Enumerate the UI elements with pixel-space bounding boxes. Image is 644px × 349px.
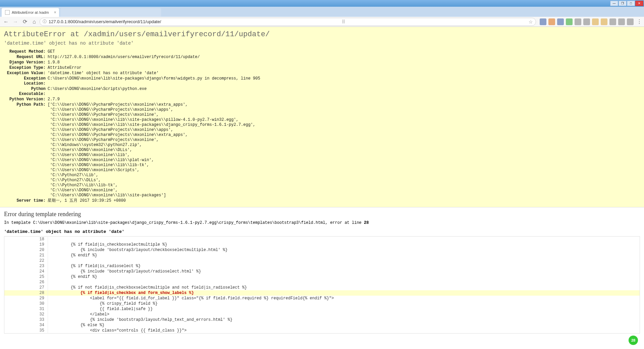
tab-title: AttributeError at /xadm <box>12 10 49 14</box>
source-line: 32 </label> <box>4 312 640 317</box>
browser-tab-inactive[interactable] <box>60 8 161 17</box>
line-code: {% if field|is_checkboxselectmultiple %} <box>48 242 640 247</box>
reload-button[interactable]: ⟳ <box>21 18 29 26</box>
source-line: 30 {% crispy_field field %} <box>4 301 640 306</box>
meta-value: 星期一, 1 五月 2017 10:39:25 +0800 <box>48 198 640 203</box>
source-line: 25 {% endif %} <box>4 274 640 280</box>
line-code: <label for="{{ field.id_for_label }}" cl… <box>48 296 640 301</box>
source-line: 27 {% if not field|is_checkboxselectmult… <box>4 285 640 290</box>
browser-tab-active[interactable]: AttributeError at /xadm × <box>2 8 59 17</box>
line-code: {% crispy_field field %} <box>48 301 640 306</box>
meta-value: C:\Users\DONG\mxonline\Scripts\python.ex… <box>48 87 640 97</box>
address-bar[interactable]: ⓘ 127.0.0.1:8000/xadmin/users/emailverif… <box>40 18 536 26</box>
page-icon <box>5 10 10 15</box>
line-code <box>48 280 640 285</box>
meta-label: Exception Location: <box>4 76 48 86</box>
back-button[interactable]: ← <box>2 18 10 26</box>
line-code: {{ field.label|safe }} <box>48 306 640 312</box>
restore-button[interactable]: ❐ <box>619 1 627 6</box>
extension-icon[interactable] <box>566 18 573 25</box>
meta-value: C:\Users\DONG\mxonline\lib\site-packages… <box>48 76 640 86</box>
source-line: 19 {% if field|is_checkboxselectmultiple… <box>4 242 640 247</box>
source-line: 26 <box>4 280 640 285</box>
menu-button[interactable]: ⋮ <box>637 18 642 25</box>
meta-label: Python Version: <box>4 97 48 102</box>
line-code: {% if not field|is_checkboxselectmultipl… <box>48 285 640 290</box>
line-number: 34 <box>4 322 48 328</box>
browser-toolbar: ← → ⟳ ⌂ ⓘ 127.0.0.1:8000/xadmin/users/em… <box>0 17 644 27</box>
line-number: 21 <box>4 253 48 258</box>
line-code: {% include 'bootstrap3/layout/checkboxse… <box>48 247 640 253</box>
source-line: 28 {% if field|is_checkbox and form_show… <box>4 290 640 296</box>
extension-icon[interactable] <box>557 18 564 25</box>
meta-label: Exception Type: <box>4 65 48 70</box>
source-table: 1819 {% if field|is_checkboxselectmultip… <box>4 236 640 334</box>
source-line: 35 <div class="controls {{ field_class }… <box>4 328 640 334</box>
info-icon: ⓘ <box>43 19 47 24</box>
line-number: 24 <box>4 269 48 274</box>
extension-icon[interactable] <box>583 18 590 25</box>
source-line: 33 {% include 'bootstrap3/layout/help_te… <box>4 317 640 322</box>
url-text: 127.0.0.1:8000/xadmin/users/emailverifyr… <box>49 19 161 24</box>
extension-icon[interactable] <box>601 18 607 25</box>
meta-value: 2.7.9 <box>48 97 640 102</box>
exception-value: 'datetime.time' object has no attribute … <box>4 41 640 46</box>
line-code: </label> <box>48 312 640 317</box>
line-number: 33 <box>4 317 48 322</box>
line-number: 27 <box>4 285 48 290</box>
extension-icon[interactable] <box>609 18 616 25</box>
meta-label: Python Path: <box>4 102 48 198</box>
meta-label: Request URL: <box>4 55 48 60</box>
line-number: 28 <box>4 290 48 296</box>
line-number: 31 <box>4 306 48 312</box>
line-code: {% endif %} <box>48 253 640 258</box>
line-number: 35 <box>4 328 48 334</box>
line-number: 30 <box>4 301 48 306</box>
home-button[interactable]: ⌂ <box>30 18 38 26</box>
source-line: 29 <label for="{{ field.id_for_label }}"… <box>4 296 640 301</box>
translate-icon[interactable]: ⠿ <box>342 19 345 24</box>
source-line: 23 {% if field|is_radioselect %} <box>4 263 640 269</box>
extension-icon[interactable] <box>618 18 625 25</box>
source-line: 34 {% else %} <box>4 322 640 328</box>
meta-value: ['C:\\Users\\DONG\\PycharmProjects\\mxon… <box>48 102 640 198</box>
template-location: In template C:\Users\DONG\mxonline\lib\s… <box>4 220 640 225</box>
floating-badge[interactable]: 28 <box>629 336 638 345</box>
extension-icons <box>539 18 635 25</box>
meta-label: Server time: <box>4 198 48 203</box>
line-code: <div class="controls {{ field_class }}"> <box>48 328 640 334</box>
line-code: {% endif %} <box>48 274 640 280</box>
tab-close-icon[interactable]: × <box>54 10 56 15</box>
extension-icon[interactable] <box>592 18 599 25</box>
source-line: 31 {{ field.label|safe }} <box>4 306 640 312</box>
source-line: 20 {% include 'bootstrap3/layout/checkbo… <box>4 247 640 253</box>
meta-label: Exception Value: <box>4 71 48 76</box>
meta-label: Python Executable: <box>4 87 48 97</box>
meta-value: 1.9.8 <box>48 60 640 65</box>
extension-icon[interactable] <box>548 18 555 25</box>
window-titlebar: — ❐ □ ✕ <box>0 0 644 7</box>
bookmark-star-icon[interactable]: ☆ <box>529 19 533 24</box>
meta-value: http://127.0.0.1:8000/xadmin/users/email… <box>48 55 640 60</box>
extension-icon[interactable] <box>627 18 634 25</box>
meta-value: 'datetime.time' object has no attribute … <box>48 71 640 76</box>
forward-button[interactable]: → <box>11 18 19 26</box>
line-number: 26 <box>4 280 48 285</box>
meta-label: Django Version: <box>4 60 48 65</box>
meta-label: Request Method: <box>4 49 48 54</box>
line-number: 23 <box>4 263 48 269</box>
line-number: 19 <box>4 242 48 247</box>
line-number: 22 <box>4 258 48 263</box>
source-line: 18 <box>4 237 640 242</box>
line-number: 25 <box>4 274 48 280</box>
extension-icon[interactable] <box>575 18 581 25</box>
close-button[interactable]: ✕ <box>635 1 643 6</box>
maximize-button[interactable]: □ <box>627 1 635 6</box>
template-error-section: Error during template rendering In templ… <box>0 207 644 337</box>
line-number: 29 <box>4 296 48 301</box>
extension-icon[interactable] <box>540 18 546 25</box>
line-number: 32 <box>4 312 48 317</box>
error-title: AttributeError at /xadmin/users/emailver… <box>4 30 640 39</box>
line-number: 20 <box>4 247 48 253</box>
minimize-button[interactable]: — <box>610 1 618 6</box>
